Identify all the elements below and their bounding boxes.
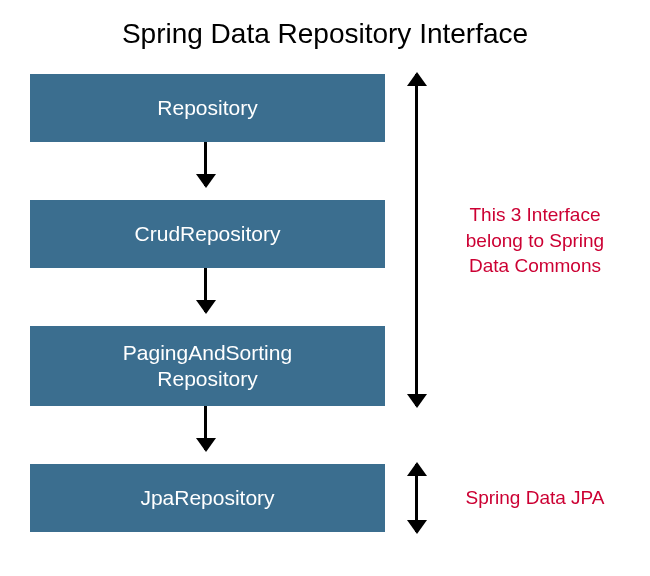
bracket-arrow-icon: [415, 464, 418, 532]
text-line: This 3 Interface: [470, 204, 601, 225]
arrow-down-icon: [204, 268, 207, 312]
text-line: PagingAndSorting: [123, 341, 292, 364]
box-jparepository: JpaRepository: [30, 464, 385, 532]
bracket-arrow-icon: [415, 74, 418, 406]
box-crudrepository-label: CrudRepository: [135, 221, 281, 247]
diagram-container: Repository CrudRepository PagingAndSorti…: [0, 60, 650, 560]
arrow-down-icon: [204, 142, 207, 186]
box-jparepository-label: JpaRepository: [140, 485, 274, 511]
annotation-jpa: Spring Data JPA: [455, 485, 615, 511]
arrow-down-icon: [204, 406, 207, 450]
box-pagingandsorting-label: PagingAndSorting Repository: [123, 340, 292, 393]
box-crudrepository: CrudRepository: [30, 200, 385, 268]
box-repository-label: Repository: [157, 95, 257, 121]
text-line: Repository: [157, 367, 257, 390]
box-pagingandsorting: PagingAndSorting Repository: [30, 326, 385, 406]
box-repository: Repository: [30, 74, 385, 142]
text-line: Spring Data JPA: [465, 487, 604, 508]
text-line: belong to Spring: [466, 230, 604, 251]
annotation-commons: This 3 Interface belong to Spring Data C…: [450, 202, 620, 279]
diagram-title: Spring Data Repository Interface: [0, 0, 650, 60]
text-line: Data Commons: [469, 255, 601, 276]
